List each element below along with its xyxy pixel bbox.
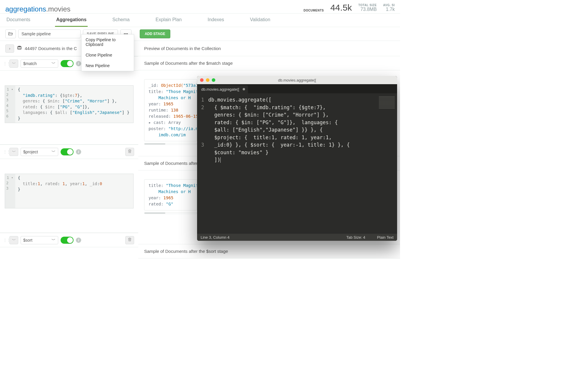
status-tab-size[interactable]: Tab Size: 4 <box>347 235 365 240</box>
editor-body[interactable]: 1 2 3 db.movies.aggregate([ { $match: { … <box>197 93 397 234</box>
stage-2: ⋮⋮⋮ ﹀ $project ﹀ i <box>0 145 138 233</box>
add-stage-button[interactable]: ADD STAGE <box>140 29 170 38</box>
collapse-stage-button[interactable]: ﹀ <box>9 59 18 68</box>
editor-tab-bar: db.movies.aggregate([ <box>197 84 397 93</box>
editor-tab[interactable]: db.movies.aggregate([ <box>197 85 248 93</box>
delete-stage-button[interactable] <box>125 148 134 156</box>
tab-explain-plan[interactable]: Explain Plan <box>154 14 183 27</box>
stage-editor[interactable]: 1 ▾ 2 3 { title:1, rated: 1, year:1, _id… <box>5 174 134 208</box>
editor-titlebar[interactable]: db.movies.aggregate([ <box>197 76 397 84</box>
folder-open-icon <box>8 31 13 36</box>
sample-label: Sample of Documents after the $sort stag… <box>138 244 400 258</box>
chevron-down-icon: ﹀ <box>51 61 56 66</box>
pipeline-column: › 44497 Documents in the C ⋮⋮⋮ ﹀ $match … <box>0 41 138 258</box>
dropdown-copy-pipeline[interactable]: Copy Pipeline to Clipboard <box>81 34 134 50</box>
stage-operator-select[interactable]: $sort ﹀ <box>21 236 58 244</box>
traffic-lights <box>200 78 215 82</box>
sample-label: Sample of Documents after the $match sta… <box>138 56 400 70</box>
svg-point-0 <box>18 46 21 47</box>
chevron-down-icon: ﹀ <box>12 61 16 66</box>
stage-enabled-toggle[interactable] <box>61 60 74 67</box>
breadcrumb-db[interactable]: aggregations <box>5 5 46 13</box>
close-window-icon[interactable] <box>200 78 204 82</box>
status-language[interactable]: Plain Text <box>377 235 394 240</box>
preview-scrollbar[interactable] <box>144 212 197 214</box>
editor-status-bar: Line 3, Column 4 Tab Size: 4 Plain Text <box>197 234 397 241</box>
drag-handle-icon[interactable]: ⋮⋮⋮ <box>3 150 7 154</box>
tab-documents[interactable]: Documents <box>5 14 31 27</box>
stat-documents: DOCUMENTS <box>304 9 324 12</box>
expand-documents-button[interactable]: › <box>5 44 14 53</box>
stage-operator-value: $sort <box>23 238 32 243</box>
tab-indexes[interactable]: Indexes <box>206 14 225 27</box>
stat-total-size: TOTAL SIZE 73.8MB <box>358 4 377 12</box>
stage-editor[interactable]: 1 ▾ 2 3 4 5 6 { "imdb.rating": {$gte:7},… <box>5 85 134 123</box>
tab-bar: Documents Aggregations Schema Explain Pl… <box>0 14 400 27</box>
tab-aggregations[interactable]: Aggregations <box>55 14 88 27</box>
stage-3: ⋮⋮⋮ ﹀ $sort ﹀ i <box>0 233 138 247</box>
pipeline-more-dropdown: Copy Pipeline to Clipboard Clone Pipelin… <box>81 34 134 71</box>
stage-operator-select[interactable]: $match ﹀ <box>21 59 58 68</box>
dropdown-clone-pipeline[interactable]: Clone Pipeline <box>81 50 134 60</box>
stage-operator-value: $match <box>23 61 37 66</box>
preview-document[interactable]: title: "Those Magnif Machines or H year:… <box>144 179 197 210</box>
editor-gutter: 1 ▾ 2 3 4 5 6 <box>5 86 15 123</box>
preview-header-label: Preview of Documents in the Collection <box>144 46 221 51</box>
dirty-indicator-icon <box>243 88 245 90</box>
chevron-down-icon: ﹀ <box>51 238 56 243</box>
trash-icon <box>128 149 132 154</box>
tab-schema[interactable]: Schema <box>111 14 131 27</box>
info-icon[interactable]: i <box>76 61 81 66</box>
collection-stats: DOCUMENTS 44.5k TOTAL SIZE 73.8MB AVG. S… <box>304 3 395 13</box>
editor-code-area[interactable]: db.movies.aggregate([ { $match: { "imdb.… <box>206 93 397 234</box>
preview-header-row: Preview of Documents in the Collection <box>138 41 400 56</box>
stat-avg-size: AVG. SI 1.7k <box>383 4 395 12</box>
collection-header: aggregations.movies DOCUMENTS 44.5k TOTA… <box>0 0 400 14</box>
delete-stage-button[interactable] <box>125 236 134 244</box>
dropdown-new-pipeline[interactable]: New Pipeline <box>81 60 134 71</box>
collapse-stage-button[interactable]: ﹀ <box>9 236 18 244</box>
preview-scrollbar[interactable] <box>144 143 197 145</box>
text-cursor <box>220 157 221 163</box>
stage-operator-value: $project <box>23 150 38 154</box>
chevron-right-icon: › <box>9 46 10 51</box>
editor-window-title: db.movies.aggregate([ <box>197 78 397 82</box>
maximize-window-icon[interactable] <box>212 78 215 82</box>
editor-gutter: 1 ▾ 2 3 <box>5 174 15 208</box>
preview-document[interactable]: _id: ObjectId("573a1 title: "Those Magni… <box>144 79 197 141</box>
editor-code[interactable]: { title:1, rated: 1, year:1, _id:0 } <box>15 174 104 208</box>
info-icon[interactable]: i <box>76 238 81 243</box>
breadcrumb-collection: movies <box>48 5 70 13</box>
chevron-down-icon: ﹀ <box>51 149 56 155</box>
editor-code[interactable]: { "imdb.rating": {$gte:7}, genres: { $ni… <box>15 86 131 123</box>
chevron-down-icon: ﹀ <box>12 149 16 155</box>
open-pipeline-button[interactable] <box>5 29 16 38</box>
pipeline-toolbar: SAVE PIPELINE ••• ADD STAGE <box>0 27 400 41</box>
database-icon <box>17 46 22 51</box>
minimize-window-icon[interactable] <box>206 78 209 82</box>
chevron-down-icon: ﹀ <box>12 238 16 243</box>
external-editor-window[interactable]: db.movies.aggregate([ db.movies.aggregat… <box>197 76 397 241</box>
editor-line-gutter: 1 2 3 <box>197 93 206 234</box>
stat-documents-value: 44.5k <box>330 3 352 12</box>
stage-enabled-toggle[interactable] <box>61 237 74 244</box>
breadcrumb: aggregations.movies <box>5 5 70 13</box>
drag-handle-icon[interactable]: ⋮⋮⋮ <box>3 61 7 66</box>
info-icon[interactable]: i <box>76 149 81 155</box>
documents-count-label: 44497 Documents in the C <box>25 46 77 51</box>
stage-3-right: Sample of Documents after the $sort stag… <box>138 244 400 258</box>
pipeline-name-input[interactable] <box>18 29 81 38</box>
trash-icon <box>128 238 132 243</box>
stage-enabled-toggle[interactable] <box>61 148 74 155</box>
tab-validation[interactable]: Validation <box>249 14 271 27</box>
stage-operator-select[interactable]: $project ﹀ <box>21 148 58 156</box>
collapse-stage-button[interactable]: ﹀ <box>9 148 18 156</box>
drag-handle-icon[interactable]: ⋮⋮⋮ <box>3 238 7 243</box>
minimap-icon[interactable] <box>379 96 395 109</box>
status-cursor-position: Line 3, Column 4 <box>201 235 229 240</box>
